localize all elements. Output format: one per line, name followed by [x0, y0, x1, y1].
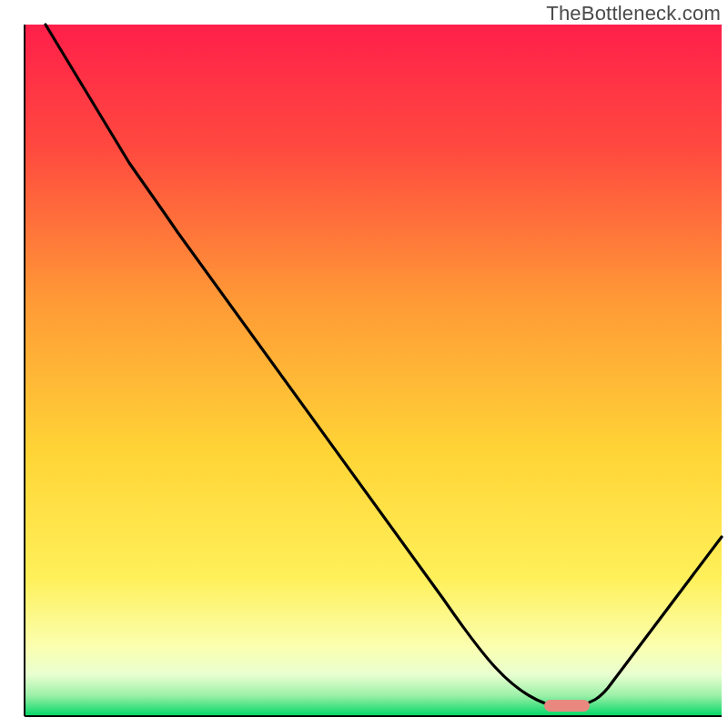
- chart-gradient-background: [25, 25, 722, 716]
- bottleneck-chart: [0, 0, 728, 728]
- chart-container: TheBottleneck.com: [0, 0, 728, 728]
- optimal-range-marker: [544, 700, 590, 712]
- watermark-label: TheBottleneck.com: [546, 2, 721, 25]
